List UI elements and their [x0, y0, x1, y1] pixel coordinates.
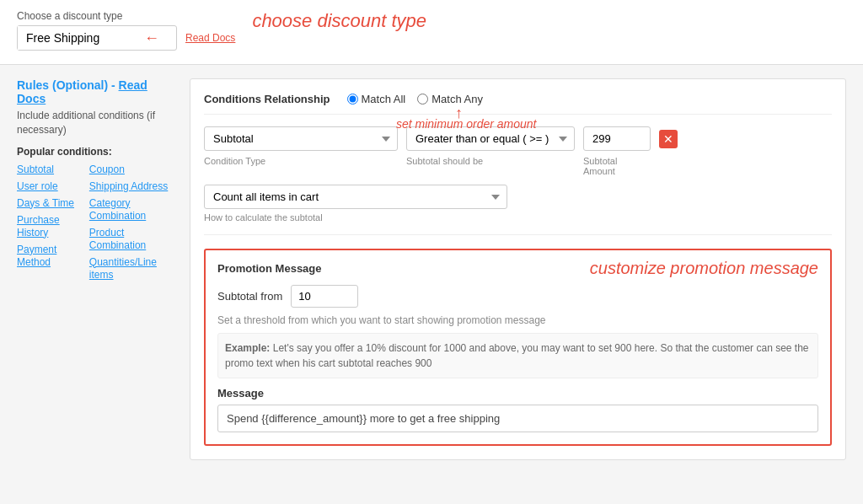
- discount-type-label: Choose a discount type: [17, 10, 235, 22]
- radio-group: Match All Match Any: [347, 93, 483, 105]
- link-user-role[interactable]: User role: [17, 180, 58, 192]
- condition-type-select[interactable]: Subtotal User role Days & Time Purchase …: [204, 126, 398, 151]
- link-product-combination[interactable]: Product Combination: [89, 227, 146, 251]
- discount-select-wrapper: ←: [17, 25, 177, 51]
- subtotal-calc-label: How to calculate the subtotal: [204, 212, 832, 223]
- link-category-combination[interactable]: Category Combination: [89, 197, 146, 222]
- conditions-body: Subtotal User role Days & Time Purchase …: [204, 126, 832, 223]
- subtotal-from-row: Subtotal from: [217, 285, 818, 308]
- choose-discount-annotation: choose discount type: [252, 10, 426, 32]
- link-coupon[interactable]: Coupon: [89, 164, 125, 175]
- message-label: Message: [217, 387, 818, 399]
- condition-remove-button[interactable]: ✕: [659, 130, 678, 148]
- condition-value-input[interactable]: [583, 126, 651, 151]
- link-subtotal[interactable]: Subtotal: [17, 164, 54, 175]
- subtotal-amount-label: Subtotal Amount: [583, 156, 651, 176]
- condition-type-field-label: Condition Type: [204, 156, 398, 176]
- read-docs-link[interactable]: Read Docs: [185, 32, 235, 44]
- subtotal-calc-row: Count all items in cart Count unique ite…: [204, 185, 832, 209]
- promo-example: Example: Let's say you offer a 10% disco…: [217, 333, 818, 378]
- up-arrow-annotation: ↑: [455, 105, 463, 122]
- main-panel: Conditions Relationship Match All Match …: [190, 78, 846, 460]
- field-labels: Condition Type Subtotal should be Subtot…: [204, 156, 832, 176]
- main-content: Rules (Optional) - Read Docs Include add…: [0, 65, 863, 474]
- subtotal-should-be-label: Subtotal should be: [406, 156, 575, 176]
- promo-hint: Set a threshold from which you want to s…: [217, 314, 818, 326]
- subtotal-from-input[interactable]: [291, 285, 358, 308]
- sidebar-title: Rules (Optional) - Read Docs: [17, 78, 173, 105]
- promotion-section: Promotion Message customize promotion me…: [204, 249, 832, 446]
- conditions-header: Conditions Relationship Match All Match …: [204, 93, 832, 115]
- match-all-option[interactable]: Match All: [347, 93, 406, 105]
- match-any-radio[interactable]: [417, 94, 428, 105]
- link-quantities-line-items[interactable]: Quantities/Line items: [89, 256, 157, 281]
- match-all-label: Match All: [362, 93, 406, 105]
- message-input[interactable]: [217, 405, 818, 432]
- link-days-time[interactable]: Days & Time: [17, 197, 74, 209]
- list-item: Quantities/Line items: [89, 255, 173, 281]
- example-bold: Example:: [225, 342, 270, 354]
- discount-type-input[interactable]: [18, 26, 144, 50]
- match-any-option[interactable]: Match Any: [417, 93, 483, 105]
- sidebar-col-2: Coupon Shipping Address Category Combina…: [89, 163, 173, 285]
- promo-header-row: Promotion Message customize promotion me…: [217, 262, 818, 285]
- list-item: Product Combination: [89, 226, 173, 251]
- list-item: Days & Time: [17, 196, 81, 209]
- sidebar: Rules (Optional) - Read Docs Include add…: [17, 78, 190, 285]
- list-item: Subtotal: [17, 163, 81, 175]
- discount-type-row: ← Read Docs: [17, 25, 235, 51]
- promotion-title: Promotion Message: [217, 262, 322, 275]
- list-item: Coupon: [89, 163, 173, 175]
- link-shipping-address[interactable]: Shipping Address: [89, 180, 168, 192]
- subtotal-calc-select[interactable]: Count all items in cart Count unique ite…: [204, 185, 507, 209]
- promo-annotation: customize promotion message: [590, 259, 818, 278]
- list-item: Payment Method: [17, 243, 81, 268]
- list-item: Purchase History: [17, 213, 81, 239]
- subtotal-from-label: Subtotal from: [217, 290, 282, 303]
- divider: [204, 234, 832, 235]
- left-arrow-icon: ←: [144, 29, 159, 47]
- discount-type-group: Choose a discount type ← Read Docs: [17, 10, 235, 51]
- match-any-label: Match Any: [432, 93, 483, 105]
- example-text: Let's say you offer a 10% discount for 1…: [225, 342, 809, 369]
- list-item: User role: [17, 180, 81, 192]
- sidebar-columns: Subtotal User role Days & Time Purchase …: [17, 163, 173, 285]
- match-all-radio[interactable]: [347, 94, 358, 105]
- popular-conditions-label: Popular conditions:: [17, 146, 173, 158]
- list-item: Category Combination: [89, 196, 173, 222]
- top-section: Choose a discount type ← Read Docs choos…: [0, 0, 863, 65]
- link-payment-method[interactable]: Payment Method: [17, 244, 56, 268]
- list-item: Shipping Address: [89, 180, 173, 192]
- sidebar-desc: Include additional conditions (if necess…: [17, 109, 173, 137]
- set-min-annotation: set minimum order amount: [396, 117, 537, 131]
- link-purchase-history[interactable]: Purchase History: [17, 214, 60, 239]
- sidebar-col-1: Subtotal User role Days & Time Purchase …: [17, 163, 81, 285]
- conditions-relationship-label: Conditions Relationship: [204, 93, 330, 105]
